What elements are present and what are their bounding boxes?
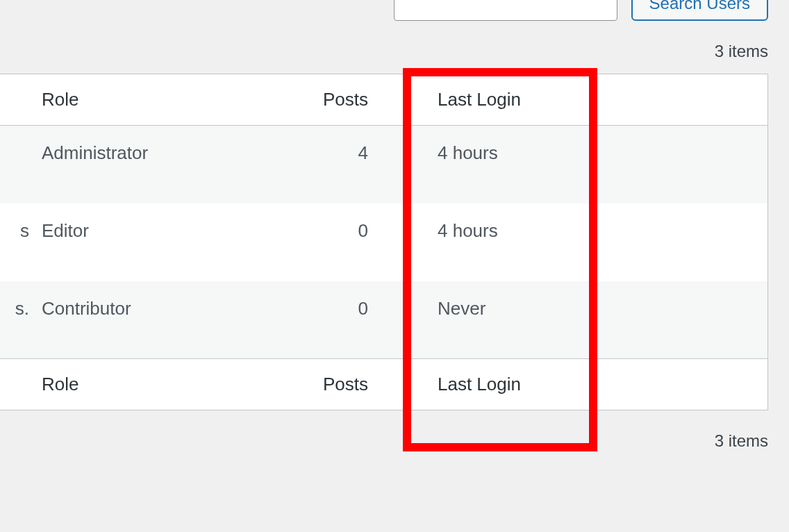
table-header-spacer — [563, 74, 768, 126]
table-row: s. Contributor 0 Never — [0, 281, 768, 359]
items-count-top: 3 items — [0, 21, 789, 74]
row-leading[interactable]: s — [0, 203, 42, 281]
table-header-role[interactable]: Role — [42, 74, 292, 126]
row-posts-link[interactable]: 4 — [292, 126, 389, 203]
table-footer-spacer — [563, 359, 768, 410]
row-last-login: 4 hours — [389, 126, 563, 203]
row-last-login: Never — [389, 281, 563, 359]
table-row: Administrator 4 4 hours — [0, 126, 768, 203]
table-footer-last-login[interactable]: Last Login — [389, 359, 563, 410]
table-footer-row: Role Posts Last Login — [0, 359, 768, 410]
row-posts: 0 — [292, 281, 389, 359]
table-footer-role[interactable]: Role — [42, 359, 292, 410]
row-role: Administrator — [42, 126, 292, 203]
search-users-button[interactable]: Search Users — [631, 0, 768, 21]
table-header-row: Role Posts Last Login — [0, 74, 768, 126]
users-table: Role Posts Last Login Administrator 4 4 … — [0, 74, 768, 410]
row-posts: 0 — [292, 203, 389, 281]
row-last-login: 4 hours — [389, 203, 563, 281]
row-leading[interactable]: s. — [0, 281, 42, 359]
search-users-input[interactable] — [394, 0, 617, 21]
table-header-last-login[interactable]: Last Login — [389, 74, 563, 126]
table-header-leading — [0, 74, 42, 126]
table-footer-leading — [0, 359, 42, 410]
table-row: s Editor 0 4 hours — [0, 203, 768, 281]
table-header-posts[interactable]: Posts — [292, 74, 389, 126]
row-leading — [0, 126, 42, 203]
row-role: Contributor — [42, 281, 292, 359]
items-count-bottom: 3 items — [0, 410, 789, 451]
row-role: Editor — [42, 203, 292, 281]
table-footer-posts[interactable]: Posts — [292, 359, 389, 410]
